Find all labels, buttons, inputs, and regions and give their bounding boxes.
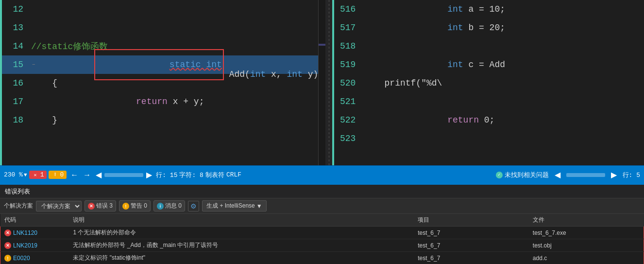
nav-controls: ← → ◀ ▶ [68,171,154,179]
line-content-18: } [31,115,318,125]
r522-zero: 0; [479,115,494,125]
col-header-code: 代码 [0,214,69,227]
warn-filter-btn[interactable]: ! 警告 0 [119,200,151,211]
r517-rest: b = 20; [463,23,505,33]
zoom-dropdown-arrow[interactable]: ▼ [24,172,27,178]
error-row-2[interactable]: ! E0020 未定义标识符 "static修饰int" test_6_7 ad… [0,252,644,264]
error-filter-icon: ✕ [88,203,95,210]
row1-code-link[interactable]: LNK2019 [13,242,37,249]
line-num-12: 12 [2,4,31,14]
nav-back-btn[interactable]: ← [68,171,80,179]
build-label: 生成 + IntelliSense [206,202,255,210]
col-label: 字符: 8 [179,171,203,179]
row-label: 行: 15 [156,171,177,179]
code-line-18: 18 } [2,111,318,129]
tab-label: 制表符 [205,171,224,179]
r519-int: int [447,60,463,70]
zoom-percent-left: 230 % [4,171,23,178]
row2-desc: 未定义标识符 "static修饰int" [69,252,414,264]
panel-divider [325,0,332,165]
r517-indent [426,23,447,33]
error-filter-btn[interactable]: ✕ 错误 3 [85,200,116,211]
line17-return: return [136,97,168,106]
row0-code-link[interactable]: LNK1120 [13,229,37,236]
row1-desc: 无法解析的外部符号 _Add，函数 _main 中引用了该符号 [69,239,414,252]
nav-prev-right[interactable]: ◀ [553,171,562,179]
error-icon-circle: ✕ [32,172,39,178]
error-table-header: 代码 说明 项目 文件 [0,214,644,227]
nav-next-right[interactable]: ▶ [609,171,619,179]
error-table: 代码 说明 项目 文件 ✕ LNK1120 1 个无法解析的外部命令 [0,214,644,264]
error-panel: 错误列表 个解决方案 个解决方案 ✕ 错误 3 ! 警告 0 i 消息 0 ⚙ … [0,184,644,264]
right-num-521: 521 [334,97,363,106]
row0-project: test_6_7 [414,227,529,239]
row0-desc: 1 个无法解析的外部命令 [69,227,414,239]
warn-badge[interactable]: ! 0 [49,171,67,179]
nav-prev-btn[interactable]: ◀ [94,171,103,179]
r519-indent [426,60,447,70]
row2-project: test_6_7 [414,252,529,264]
right-code-content: 516 int a = 10; 517 int b = 20; 518 [334,0,644,148]
left-editor[interactable]: 12 13 14 //static修饰函数 15 − [2,0,319,165]
left-code-panel: 12 13 14 //static修饰函数 15 − [0,0,325,165]
nav-next-btn[interactable]: ▶ [144,171,154,179]
row2-code-link[interactable]: E0020 [13,255,30,262]
line-num-13: 13 [2,23,31,33]
row0-file: test_6_7.exe [529,227,644,239]
error-table-container[interactable]: 代码 说明 项目 文件 ✕ LNK1120 1 个无法解析的外部命令 [0,214,644,264]
row1-error-icon: ✕ [4,242,11,249]
left-code-content: 12 13 14 //static修饰函数 15 − [2,0,318,129]
build-dropdown-arrow[interactable]: ▼ [256,203,262,210]
info-filter-btn[interactable]: i 消息 0 [153,200,185,211]
error-panel-title: 错误列表 [5,187,30,196]
code-line-13: 13 [2,18,318,37]
right-num-517: 517 [334,23,363,33]
col-header-file: 文件 [529,214,644,227]
error-table-body: ✕ LNK1120 1 个无法解析的外部命令 test_6_7 test_6_7… [0,227,644,264]
right-num-519: 519 [334,60,363,70]
minimap-marker [319,44,325,46]
row0-code: ✕ LNK1120 [0,227,69,239]
line-num-14: 14 [2,41,31,51]
right-num-516: 516 [334,4,363,14]
line-num-15: 15 [2,60,31,70]
ok-indicator: ✓ 未找到相关问题 [496,171,549,179]
error-row-1[interactable]: ✕ LNK2019 无法解析的外部符号 _Add，函数 _main 中引用了该符… [0,239,644,252]
solution-dropdown[interactable]: 个解决方案 [36,201,82,211]
info-filter-label: 消息 0 [165,202,182,210]
right-num-522: 522 [334,115,363,125]
error-row-0[interactable]: ✕ LNK1120 1 个无法解析的外部命令 test_6_7 test_6_7… [0,227,644,239]
row0-code-cell: ✕ LNK1120 [4,229,65,236]
warn-filter-icon: ! [122,203,129,210]
line17-expr: x + y; [168,97,204,106]
right-line-520: 520 printf("%d\ [334,74,644,92]
code-line-15: 15 − static int Add(int x, int y) [2,55,318,74]
row0-error-icon: ✕ [4,229,11,236]
r516-rest: a = 10; [463,4,505,14]
row2-file: add.c [529,252,644,264]
row1-code: ✕ LNK2019 [0,239,69,252]
right-line-517: 517 int b = 20; [334,18,644,37]
r516-int: int [447,4,463,14]
error-count: 1 [40,171,44,178]
right-editor[interactable]: 516 int a = 10; 517 int b = 20; 518 [334,0,644,165]
right-num-520: 520 [334,78,363,88]
error-badge[interactable]: ✕ 1 [29,171,47,179]
r522-indent [426,115,447,125]
editor-area: 12 13 14 //static修饰函数 15 − [0,0,644,165]
nav-fwd-btn[interactable]: → [81,171,93,179]
nav-track[interactable] [104,173,143,177]
line-num-17: 17 [2,97,31,106]
filter-icon-btn[interactable]: ⚙ [188,201,199,211]
right-num-518: 518 [334,41,363,51]
row1-code-cell: ✕ LNK2019 [4,242,65,249]
left-minimap [319,0,325,165]
build-btn[interactable]: 生成 + IntelliSense ▼ [202,200,267,211]
zoom-left[interactable]: 230 % ▼ [4,171,27,178]
r522-return: return [447,115,479,125]
code-line-12: 12 [2,0,318,18]
nav-track-right[interactable] [566,173,605,177]
right-content-520: printf("%d\ [363,78,644,88]
warn-filter-label: 警告 0 [131,202,147,210]
r517-int: int [447,23,463,33]
